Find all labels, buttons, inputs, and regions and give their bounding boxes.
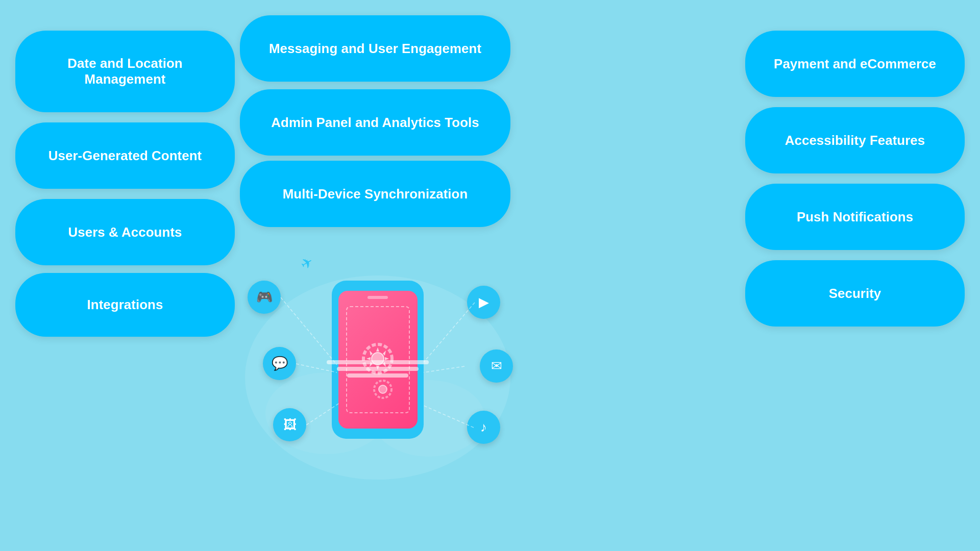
- pill-security[interactable]: Security: [745, 260, 965, 327]
- phone-notch: [368, 296, 388, 299]
- gamepad-icon: 🎮: [248, 281, 281, 314]
- phone-screen: [338, 291, 418, 429]
- center-illustration: ✈ 🎮 💬 🖼 ▶ ✉ ♪: [235, 214, 521, 531]
- mail-icon: ✉: [480, 349, 513, 383]
- pill-payment[interactable]: Payment and eCommerce: [745, 31, 965, 97]
- pill-messaging[interactable]: Messaging and User Engagement: [240, 15, 510, 82]
- pill-accessibility[interactable]: Accessibility Features: [745, 107, 965, 173]
- pill-date-location[interactable]: Date and Location Management: [15, 31, 235, 112]
- pill-user-generated[interactable]: User-Generated Content: [15, 122, 235, 189]
- svg-point-5: [379, 385, 387, 393]
- play-icon: ▶: [467, 286, 500, 319]
- image-icon: 🖼: [273, 408, 306, 441]
- pill-users-accounts[interactable]: Users & Accounts: [15, 199, 235, 265]
- gear-small-icon: [370, 377, 396, 402]
- music-icon: ♪: [467, 411, 500, 444]
- pill-push[interactable]: Push Notifications: [745, 184, 965, 250]
- chat-icon: 💬: [263, 347, 296, 380]
- pill-admin[interactable]: Admin Panel and Analytics Tools: [240, 89, 510, 156]
- pill-integrations[interactable]: Integrations: [15, 273, 235, 337]
- phone-body: [332, 281, 424, 439]
